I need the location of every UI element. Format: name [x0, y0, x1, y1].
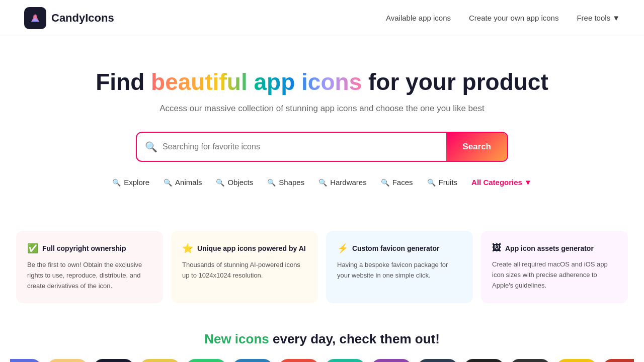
icons-row: 🔺🌄🖥🦴🪑🦆🍑🌿🎵🦁🐺🐺⬆🦊 — [10, 359, 634, 362]
nav-free-tools[interactable]: Free tools ▼ — [577, 14, 620, 22]
cat-hardwares[interactable]: 🔍 Hardwares — [318, 178, 367, 187]
search-wrapper: 🔍 Search — [10, 132, 634, 162]
chevron-down-icon: ▼ — [612, 14, 620, 22]
cat-fruits[interactable]: 🔍 Fruits — [427, 178, 458, 187]
hero-section: Find beautiful app icons for your produc… — [0, 36, 644, 231]
search-icon: 🔍 — [381, 178, 389, 187]
app-icon-2[interactable]: 🖥 — [94, 359, 134, 362]
feature-card-copyright: ✅ Full copyright ownership Be the first … — [16, 231, 163, 303]
search-icon: 🔍 — [164, 178, 172, 187]
search-input-area: 🔍 — [137, 133, 446, 160]
nav-links: Available app icons Create your own app … — [386, 14, 620, 22]
cat-shapes[interactable]: 🔍 Shapes — [267, 178, 304, 187]
hero-subtext: Access our massive collection of stunnin… — [10, 104, 634, 114]
hero-heading: Find beautiful app icons for your produc… — [10, 68, 634, 96]
cat-explore[interactable]: 🔍 Explore — [112, 178, 149, 187]
feature-title-copyright: ✅ Full copyright ownership — [27, 243, 152, 254]
feature-title-favicon: ⚡ Custom favicon generator — [337, 243, 462, 254]
app-icon-13[interactable]: 🦊 — [603, 359, 634, 362]
star-icon: ⭐ — [182, 243, 193, 254]
app-icon-1[interactable]: 🌄 — [47, 359, 88, 362]
app-icon-9[interactable]: 🦁 — [418, 359, 458, 362]
app-icon-7[interactable]: 🌿 — [325, 359, 365, 362]
logo-icon — [24, 7, 46, 29]
feature-card-ai: ⭐ Unique app icons powered by AI Thousan… — [171, 231, 318, 303]
search-input[interactable] — [163, 133, 438, 160]
feature-title-ai: ⭐ Unique app icons powered by AI — [182, 243, 307, 254]
nav-create-icons[interactable]: Create your own app icons — [469, 14, 558, 22]
logo-area[interactable]: CandyIcons — [24, 7, 114, 29]
checkmark-icon: ✅ — [27, 243, 38, 254]
new-icons-title: New icons every day, check them out! — [10, 331, 634, 347]
feature-card-favicon: ⚡ Custom favicon generator Having a besp… — [326, 231, 473, 303]
app-icon-8[interactable]: 🎵 — [371, 359, 412, 362]
lightning-icon: ⚡ — [337, 243, 348, 254]
app-icon-0[interactable]: 🔺 — [10, 359, 41, 362]
app-icon-6[interactable]: 🍑 — [279, 359, 319, 362]
logo-text: CandyIcons — [51, 12, 114, 25]
app-icon-12[interactable]: ⬆ — [556, 359, 597, 362]
cat-all[interactable]: All Categories ▼ — [471, 178, 532, 187]
cat-objects[interactable]: 🔍 Objects — [216, 178, 253, 187]
search-icon: 🔍 — [112, 178, 121, 187]
search-icon: 🔍 — [267, 178, 276, 187]
chevron-down-icon: ▼ — [524, 178, 532, 187]
app-icon-3[interactable]: 🦴 — [140, 359, 180, 362]
feature-title-assets: 🖼 App icon assets generator — [492, 243, 617, 253]
search-icon: 🔍 — [318, 178, 327, 187]
new-icons-section: New icons every day, check them out! 🔺🌄🖥… — [0, 331, 644, 362]
nav-available-icons[interactable]: Available app icons — [386, 14, 451, 22]
search-button[interactable]: Search — [446, 133, 507, 161]
categories-bar: 🔍 Explore 🔍 Animals 🔍 Objects 🔍 Shapes 🔍… — [10, 178, 634, 187]
svg-point-0 — [33, 15, 37, 19]
cat-animals[interactable]: 🔍 Animals — [164, 178, 202, 187]
app-icon-4[interactable]: 🪑 — [186, 359, 226, 362]
image-icon: 🖼 — [492, 243, 501, 253]
navbar: CandyIcons Available app icons Create yo… — [0, 0, 644, 36]
search-icon: 🔍 — [145, 141, 157, 153]
features-grid: ✅ Full copyright ownership Be the first … — [0, 231, 644, 303]
search-icon: 🔍 — [427, 178, 436, 187]
search-icon: 🔍 — [216, 178, 224, 187]
app-icon-11[interactable]: 🐺 — [510, 359, 550, 362]
search-box: 🔍 Search — [136, 132, 508, 162]
app-icon-5[interactable]: 🦆 — [232, 359, 273, 362]
app-icon-10[interactable]: 🐺 — [464, 359, 504, 362]
cat-faces[interactable]: 🔍 Faces — [381, 178, 413, 187]
feature-card-assets: 🖼 App icon assets generator Create all r… — [481, 231, 628, 303]
